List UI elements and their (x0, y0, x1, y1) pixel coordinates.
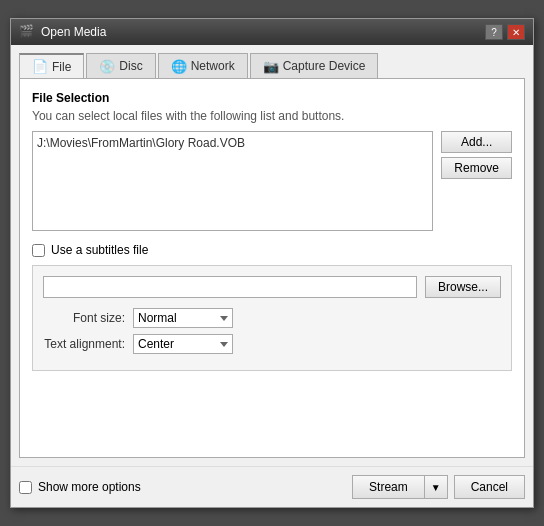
font-size-label: Font size: (43, 311, 133, 325)
font-size-row: Font size: Normal Small Large Very Large (43, 308, 501, 328)
file-tab-icon: 📄 (32, 59, 48, 74)
browse-button[interactable]: Browse... (425, 276, 501, 298)
file-section-description: You can select local files with the foll… (32, 109, 512, 123)
network-tab-label: Network (191, 59, 235, 73)
title-bar-buttons: ? ✕ (485, 24, 525, 40)
file-list[interactable]: J:\Movies\FromMartin\Glory Road.VOB (32, 131, 433, 231)
subtitle-checkbox-row: Use a subtitles file (32, 243, 512, 257)
subtitle-browse-row: Browse... (43, 276, 501, 298)
subtitle-checkbox-label: Use a subtitles file (51, 243, 148, 257)
file-path-text: J:\Movies\FromMartin\Glory Road.VOB (37, 136, 245, 150)
capture-tab-label: Capture Device (283, 59, 366, 73)
bottom-bar: Show more options Stream ▼ Cancel (11, 466, 533, 507)
bottom-right: Stream ▼ Cancel (352, 475, 525, 499)
window-title: Open Media (41, 25, 106, 39)
open-media-window: 🎬 Open Media ? ✕ 📄 File 💿 Disc 🌐 Network (10, 18, 534, 508)
file-section-title: File Selection (32, 91, 512, 105)
tab-capture[interactable]: 📷 Capture Device (250, 53, 379, 78)
text-alignment-label: Text alignment: (43, 337, 133, 351)
tab-file[interactable]: 📄 File (19, 53, 84, 78)
capture-tab-icon: 📷 (263, 59, 279, 74)
network-tab-icon: 🌐 (171, 59, 187, 74)
vlc-icon: 🎬 (19, 24, 35, 40)
text-alignment-row: Text alignment: Center Left Right (43, 334, 501, 354)
subtitle-path-input[interactable] (43, 276, 417, 298)
tab-network[interactable]: 🌐 Network (158, 53, 248, 78)
main-panel: File Selection You can select local file… (19, 78, 525, 458)
add-button[interactable]: Add... (441, 131, 512, 153)
tab-bar: 📄 File 💿 Disc 🌐 Network 📷 Capture Device (19, 53, 525, 78)
remove-button[interactable]: Remove (441, 157, 512, 179)
stream-button[interactable]: Stream (352, 475, 424, 499)
font-size-select[interactable]: Normal Small Large Very Large (133, 308, 233, 328)
close-button[interactable]: ✕ (507, 24, 525, 40)
disc-tab-icon: 💿 (99, 59, 115, 74)
show-more-label: Show more options (38, 480, 141, 494)
title-bar-left: 🎬 Open Media (19, 24, 106, 40)
stream-btn-group: Stream ▼ (352, 475, 448, 499)
subtitle-checkbox[interactable] (32, 244, 45, 257)
text-alignment-select[interactable]: Center Left Right (133, 334, 233, 354)
file-tab-label: File (52, 60, 71, 74)
show-more-row: Show more options (19, 480, 141, 494)
title-bar: 🎬 Open Media ? ✕ (11, 19, 533, 45)
stream-dropdown-button[interactable]: ▼ (424, 475, 448, 499)
help-button[interactable]: ? (485, 24, 503, 40)
file-area: J:\Movies\FromMartin\Glory Road.VOB Add.… (32, 131, 512, 231)
tab-disc[interactable]: 💿 Disc (86, 53, 155, 78)
disc-tab-label: Disc (119, 59, 142, 73)
show-more-checkbox[interactable] (19, 481, 32, 494)
window-content: 📄 File 💿 Disc 🌐 Network 📷 Capture Device… (11, 45, 533, 466)
subtitle-area: Browse... Font size: Normal Small Large … (32, 265, 512, 371)
cancel-button[interactable]: Cancel (454, 475, 525, 499)
file-buttons: Add... Remove (441, 131, 512, 231)
